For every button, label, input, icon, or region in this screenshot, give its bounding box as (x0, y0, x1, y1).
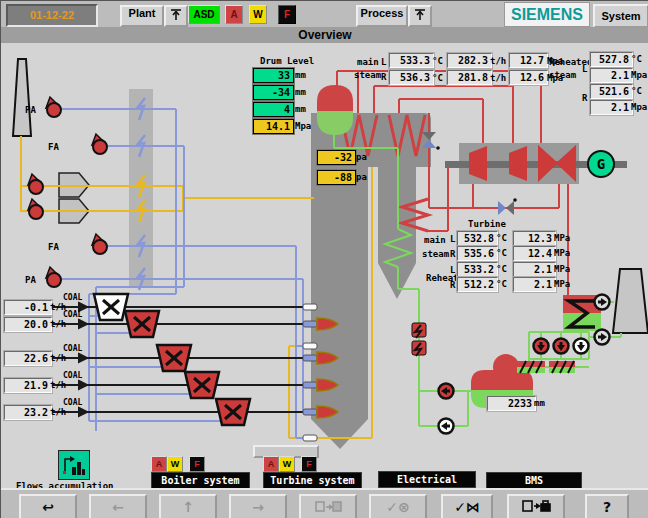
pa-label: PA (25, 105, 36, 115)
alarm-a-button[interactable]: A (225, 5, 243, 24)
unit-mm: mm (295, 70, 306, 80)
fa-fan-2 (92, 234, 107, 254)
back-button[interactable]: ↩ (19, 494, 77, 518)
unit-mm: mm (295, 87, 306, 97)
turbine-system-button[interactable]: Turbine system (263, 472, 362, 489)
coal-feeder-4: 21.9 (4, 378, 52, 393)
turbine-main-r-press: 12.4 (513, 246, 556, 261)
unit-th: t/h (490, 73, 506, 83)
label-r: R (582, 93, 587, 103)
asd-button[interactable]: ASD (188, 5, 220, 24)
check-cancel-icon: ✓⊗ (386, 499, 409, 515)
coal-label: COAL (63, 344, 82, 354)
reheated-r-temp: 521.6 (590, 84, 633, 99)
drum-level-2: -34 (253, 85, 294, 100)
reheated-r-press: 2.1 (590, 100, 633, 115)
turbine-alarm-w[interactable]: W (279, 456, 295, 472)
unit-c: °C (631, 54, 642, 64)
copy-screen-button[interactable] (299, 494, 357, 518)
unit-th: t/h (50, 380, 66, 390)
coal-label: COAL (63, 310, 82, 320)
cond-pump-2 (554, 339, 569, 354)
process-up-button[interactable] (408, 5, 432, 27)
print-screen-icon (521, 498, 551, 516)
plant-up-button[interactable] (164, 5, 188, 27)
mill-1 (94, 294, 128, 320)
coal-label: COAL (63, 293, 82, 303)
alarm-f-button[interactable]: F (278, 5, 296, 24)
page-title: Overview (1, 27, 648, 43)
label-r: R (450, 249, 455, 259)
main-steam-label: steam (354, 70, 381, 80)
cooling-tower (613, 269, 648, 333)
unit-th: t/h (50, 407, 66, 417)
help-button[interactable]: ? (585, 494, 629, 518)
unit-c: °C (432, 73, 443, 83)
alarm-w-button[interactable]: W (249, 5, 267, 24)
turbine-alarm-a[interactable]: A (263, 456, 279, 472)
unit-c: °C (432, 56, 443, 66)
hmi-screen: G (0, 0, 648, 518)
cw-pump-2 (595, 330, 610, 345)
datetime-display: 01-12-22 17:26:25 (6, 4, 98, 27)
boiler-alarm-w[interactable]: W (167, 456, 183, 472)
coal-label: COAL (63, 398, 82, 408)
cw-pump-1 (595, 295, 610, 310)
check-cancel-button[interactable]: ✓⊗ (369, 494, 427, 518)
label-r: R (381, 72, 386, 82)
main-steam-l-flow: 282.3 (447, 53, 492, 68)
arrow-up-icon: ↑ (182, 499, 194, 515)
plant-button[interactable]: Plant (120, 5, 164, 27)
fw-pump-2 (439, 419, 454, 434)
fa-label: FA (48, 242, 59, 252)
nav-right-button[interactable]: → (229, 494, 287, 518)
main-steam-label: main (357, 57, 379, 67)
flows-accumulation-button[interactable] (58, 450, 90, 480)
coal-mills[interactable] (94, 294, 250, 425)
back-icon: ↩ (42, 499, 54, 515)
reheated-l-temp: 527.8 (590, 52, 633, 67)
up-to-bar-icon (168, 7, 184, 22)
unit-mm: mm (534, 398, 545, 408)
turbine-reheat-l-temp: 533.2 (457, 262, 498, 277)
coal-feeder-1: -0.1 (4, 300, 52, 315)
furnace-press-1: -32 (317, 150, 356, 165)
unit-mpa: MPa (554, 248, 570, 258)
boiler-system-button[interactable]: Boiler system (151, 472, 250, 489)
acknowledge-button[interactable]: ✓⋈ (441, 494, 493, 518)
print-screen-button[interactable] (507, 494, 565, 518)
unit-mm: mm (295, 104, 306, 114)
turbine-main-l-temp: 532.8 (457, 231, 498, 246)
steam-drum[interactable] (317, 85, 353, 135)
fa-fan-1 (92, 134, 107, 154)
mill-5 (216, 399, 250, 425)
boiler-alarm-f[interactable]: F (189, 456, 205, 472)
main-steam-r-press: 12.6 (509, 70, 548, 85)
coal-feeder-2: 20.0 (4, 317, 52, 332)
main-steam-l-press: 12.7 (509, 53, 548, 68)
electrical-system-button[interactable]: Electrical system (378, 471, 476, 488)
process-button[interactable]: Process (356, 5, 408, 27)
generator[interactable]: G (588, 151, 614, 177)
pa-fan-2 (46, 267, 61, 287)
unit-mpa: MPa (554, 264, 570, 274)
air-preheater (129, 89, 153, 286)
turbine-main-l-press: 12.3 (513, 231, 556, 246)
mill-2 (125, 311, 159, 337)
coal-label: COAL (63, 371, 82, 381)
turbine-alarm-f[interactable]: F (301, 456, 317, 472)
pa-label: PA (25, 275, 36, 285)
bottom-toolbar: ↩ ← ↑ → ✓⊗ ✓⋈ ? (1, 488, 648, 518)
system-button[interactable]: System (593, 4, 648, 28)
id-fan-2 (28, 199, 43, 219)
bms-button[interactable]: BMS (486, 472, 582, 489)
nav-up-button[interactable]: ↑ (159, 494, 217, 518)
coal-feeder-3: 22.6 (4, 351, 52, 366)
unit-c: °C (631, 86, 642, 96)
nav-left-button[interactable]: ← (89, 494, 147, 518)
reheated-label: steam (549, 70, 576, 80)
bypass-valve-2[interactable] (498, 198, 517, 215)
unit-mpa: Mpa (631, 70, 647, 80)
chimney (13, 59, 31, 136)
boiler-alarm-a[interactable]: A (151, 456, 167, 472)
